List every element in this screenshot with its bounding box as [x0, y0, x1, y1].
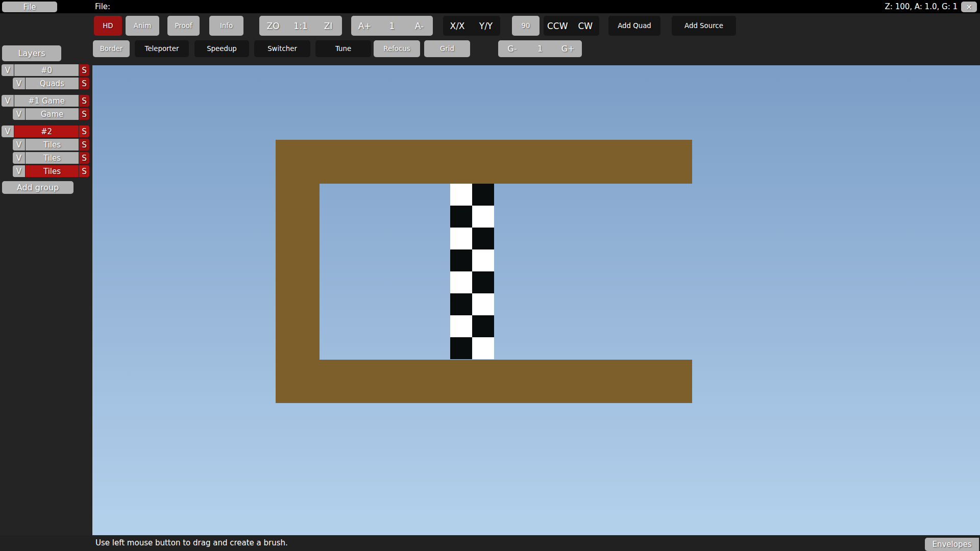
flip-y-button[interactable]: Y/Y [472, 16, 500, 36]
menu-bar: File File: Z: 100, A: 1.0, G: 1 ✕ [0, 0, 980, 13]
visibility-toggle[interactable]: V [13, 78, 25, 89]
layer-label[interactable]: Tiles [26, 152, 79, 164]
flip-controls-group: X/X Y/Y [443, 16, 500, 36]
visibility-toggle[interactable]: V [2, 126, 14, 137]
grid-decrease-button[interactable]: G- [498, 40, 526, 57]
save-toggle[interactable]: S [79, 139, 89, 151]
file-path-label: File: [95, 2, 110, 12]
layer-label[interactable]: Tiles [26, 165, 79, 177]
zoom-in-button[interactable]: ZI [314, 16, 342, 36]
checker-tile[interactable] [472, 293, 494, 315]
layer-row: VTilesS [13, 165, 89, 177]
grid-size-group: G- 1 G+ [498, 40, 582, 57]
map-editor-window: File File: Z: 100, A: 1.0, G: 1 ✕ HD Ani… [0, 0, 980, 551]
toolbar-tiles: Border Teleporter Speedup Switcher Tune … [93, 40, 582, 57]
visibility-toggle[interactable]: V [13, 165, 25, 177]
checker-tile[interactable] [472, 249, 494, 271]
checker-tile[interactable] [450, 206, 472, 228]
grid-increase-button[interactable]: G+ [554, 40, 582, 57]
group-label[interactable]: #0 [14, 64, 79, 76]
status-bar: Use left mouse button to drag and create… [0, 535, 980, 551]
anim-slower-button[interactable]: A- [406, 16, 433, 36]
anim-faster-button[interactable]: A+ [351, 16, 378, 36]
envelopes-button[interactable]: Envelopes [925, 538, 979, 551]
save-toggle[interactable]: S [79, 165, 89, 177]
anim-toggle-button[interactable]: Anim [126, 16, 159, 36]
group-row: V#2S [2, 126, 89, 137]
file-menu-button[interactable]: File [2, 2, 57, 12]
rotate-cw-button[interactable]: CW [572, 16, 600, 36]
save-toggle[interactable]: S [79, 152, 89, 164]
layer-label[interactable]: Game [26, 108, 79, 120]
checker-tile[interactable] [472, 271, 494, 293]
save-toggle[interactable]: S [79, 126, 89, 137]
layer-list: V#0SVQuadsSV#1 GameSVGameSV#2SVTilesSVTi… [0, 64, 92, 177]
wall-tiles-bottom[interactable] [276, 360, 692, 403]
checker-tile[interactable] [450, 315, 472, 337]
switcher-button[interactable]: Switcher [254, 40, 310, 57]
checker-tile[interactable] [472, 184, 494, 206]
toolbar-main: HD Anim Proof Info ZO 1:1 ZI A+ 1 A- X/X… [94, 16, 736, 36]
group-row: V#0S [2, 64, 89, 76]
tooltip-hint-text: Use left mouse button to drag and create… [95, 538, 288, 547]
hd-toggle-button[interactable]: HD [94, 16, 122, 36]
visibility-toggle[interactable]: V [13, 108, 25, 120]
layer-row: VQuadsS [13, 78, 89, 89]
visibility-toggle[interactable]: V [2, 64, 14, 76]
rotate-amount-value[interactable]: 90 [512, 16, 540, 36]
visibility-toggle[interactable]: V [13, 139, 25, 151]
checker-tile-column[interactable] [450, 184, 494, 359]
add-source-button[interactable]: Add Source [672, 16, 736, 36]
anim-speed-group: A+ 1 A- [351, 16, 433, 36]
border-button[interactable]: Border [93, 40, 130, 57]
visibility-toggle[interactable]: V [13, 152, 25, 164]
close-icon[interactable]: ✕ [961, 2, 977, 12]
rotate-controls-group: CCW CW [544, 16, 599, 36]
checker-tile[interactable] [450, 271, 472, 293]
rotate-ccw-button[interactable]: CCW [544, 16, 572, 36]
zoom-anim-grid-status: Z: 100, A: 1.0, G: 1 [885, 2, 958, 12]
zoom-controls-group: ZO 1:1 ZI [259, 16, 342, 36]
layers-panel-title[interactable]: Layers [2, 45, 61, 61]
checker-tile[interactable] [450, 249, 472, 271]
proof-toggle-button[interactable]: Proof [167, 16, 200, 36]
layer-label[interactable]: Quads [26, 78, 79, 89]
layer-row: VTilesS [13, 139, 89, 151]
checker-tile[interactable] [450, 228, 472, 249]
add-quad-button[interactable]: Add Quad [608, 16, 660, 36]
group-row: V#1 GameS [2, 95, 89, 107]
checker-tile[interactable] [472, 228, 494, 249]
wall-tiles-top[interactable] [276, 140, 692, 184]
checker-tile[interactable] [472, 337, 494, 359]
flip-x-button[interactable]: X/X [443, 16, 472, 36]
checker-tile[interactable] [450, 293, 472, 315]
visibility-toggle[interactable]: V [2, 95, 14, 107]
layers-panel: Layers V#0SVQuadsSV#1 GameSVGameSV#2SVTi… [0, 45, 92, 194]
group-label[interactable]: #2 [14, 126, 79, 137]
save-toggle[interactable]: S [79, 95, 89, 107]
grid-toggle-button[interactable]: Grid [424, 40, 470, 57]
teleporter-button[interactable]: Teleporter [135, 40, 189, 57]
layer-row: VTilesS [13, 152, 89, 164]
checker-tile[interactable] [450, 337, 472, 359]
group-label[interactable]: #1 Game [14, 95, 79, 107]
save-toggle[interactable]: S [79, 78, 89, 89]
refocus-button[interactable]: Refocus [374, 40, 420, 57]
tune-button[interactable]: Tune [315, 40, 371, 57]
save-toggle[interactable]: S [79, 108, 89, 120]
info-toggle-button[interactable]: Info [209, 16, 243, 36]
grid-size-value[interactable]: 1 [526, 40, 554, 57]
checker-tile[interactable] [472, 315, 494, 337]
anim-speed-value[interactable]: 1 [378, 16, 405, 36]
add-group-button[interactable]: Add group [2, 181, 74, 194]
speedup-button[interactable]: Speedup [194, 40, 249, 57]
checker-tile[interactable] [450, 184, 472, 206]
save-toggle[interactable]: S [79, 64, 89, 76]
layer-label[interactable]: Tiles [26, 139, 79, 151]
zoom-reset-button[interactable]: 1:1 [287, 16, 314, 36]
layer-row: VGameS [13, 108, 89, 120]
checker-tile[interactable] [472, 206, 494, 228]
map-canvas[interactable] [92, 65, 980, 535]
zoom-out-button[interactable]: ZO [259, 16, 287, 36]
